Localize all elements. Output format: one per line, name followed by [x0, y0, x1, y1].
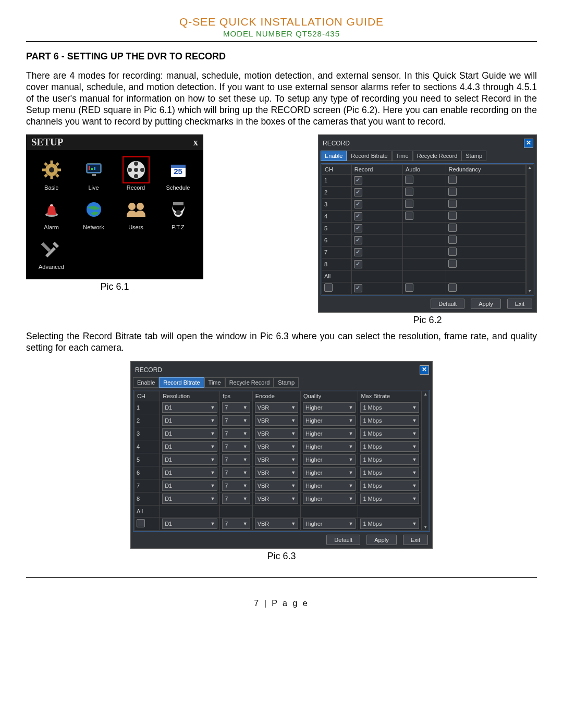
- dropdown[interactable]: VBR▼: [255, 519, 298, 529]
- dropdown[interactable]: Higher▼: [303, 480, 356, 491]
- checkbox[interactable]: [448, 188, 457, 196]
- checkbox[interactable]: ✓: [354, 248, 362, 256]
- dropdown[interactable]: D1▼: [162, 519, 217, 529]
- setup-item-basic[interactable]: Basic: [30, 157, 72, 191]
- tab-record-bitrate[interactable]: Record Bitrate: [347, 151, 391, 161]
- close-icon[interactable]: ✕: [420, 365, 429, 375]
- apply-button[interactable]: Apply: [366, 535, 397, 545]
- checkbox[interactable]: [448, 236, 457, 244]
- checkbox[interactable]: ✓: [354, 236, 362, 244]
- checkbox[interactable]: [405, 212, 413, 220]
- tab-stamp[interactable]: Stamp: [461, 151, 486, 161]
- dropdown[interactable]: VBR▼: [255, 415, 298, 426]
- checkbox[interactable]: [448, 260, 457, 268]
- tab-record-bitrate[interactable]: Record Bitrate: [159, 377, 204, 388]
- tab-recycle-record[interactable]: Recycle Record: [413, 151, 462, 161]
- tab-time[interactable]: Time: [204, 377, 225, 388]
- dropdown[interactable]: 7▼: [222, 519, 250, 529]
- dropdown[interactable]: VBR▼: [255, 454, 298, 465]
- checkbox[interactable]: ✓: [354, 224, 362, 232]
- dropdown[interactable]: Higher▼: [303, 415, 356, 426]
- dropdown[interactable]: D1▼: [162, 467, 217, 478]
- checkbox[interactable]: ✓: [354, 260, 362, 268]
- checkbox[interactable]: ✓: [354, 284, 362, 292]
- checkbox[interactable]: [448, 200, 457, 208]
- dropdown[interactable]: 1 Mbps▼: [360, 415, 419, 426]
- dropdown[interactable]: 1 Mbps▼: [360, 402, 419, 413]
- dropdown[interactable]: 1 Mbps▼: [360, 428, 419, 439]
- setup-item-record[interactable]: Record: [115, 157, 157, 191]
- exit-button[interactable]: Exit: [507, 299, 532, 309]
- dropdown[interactable]: VBR▼: [255, 480, 298, 491]
- dropdown[interactable]: Higher▼: [303, 441, 356, 452]
- checkbox[interactable]: [405, 188, 413, 196]
- exit-button[interactable]: Exit: [403, 535, 428, 545]
- dropdown[interactable]: 1 Mbps▼: [360, 454, 419, 465]
- checkbox[interactable]: [448, 248, 457, 256]
- dropdown[interactable]: D1▼: [162, 441, 217, 452]
- checkbox[interactable]: [405, 200, 413, 208]
- setup-item-advanced[interactable]: Advanced: [30, 237, 72, 270]
- checkbox[interactable]: [448, 224, 457, 232]
- setup-item-live[interactable]: Live: [72, 157, 115, 191]
- dropdown[interactable]: VBR▼: [255, 467, 298, 478]
- dropdown[interactable]: Higher▼: [303, 454, 356, 465]
- dropdown[interactable]: D1▼: [162, 493, 217, 504]
- dropdown[interactable]: D1▼: [162, 402, 217, 413]
- dropdown[interactable]: Higher▼: [303, 467, 356, 478]
- dropdown[interactable]: 7▼: [222, 467, 250, 478]
- dropdown[interactable]: 1 Mbps▼: [360, 441, 419, 452]
- setup-item-schedule[interactable]: 25 Schedule: [157, 157, 199, 191]
- setup-close[interactable]: x: [193, 137, 199, 148]
- dropdown[interactable]: Higher▼: [303, 519, 356, 529]
- checkbox[interactable]: ✓: [354, 188, 362, 196]
- checkbox[interactable]: ✓: [354, 212, 362, 220]
- tab-enable[interactable]: Enable: [321, 151, 347, 161]
- dropdown[interactable]: VBR▼: [255, 493, 298, 504]
- checkbox[interactable]: [137, 519, 145, 527]
- tab-recycle-record[interactable]: Recycle Record: [225, 377, 274, 388]
- setup-item-network[interactable]: Network: [72, 197, 115, 230]
- setup-item-ptz[interactable]: P.T.Z: [157, 197, 199, 230]
- dropdown[interactable]: 1 Mbps▼: [360, 480, 419, 491]
- dropdown[interactable]: 7▼: [222, 493, 250, 504]
- dropdown[interactable]: 1 Mbps▼: [360, 519, 419, 529]
- tab-enable[interactable]: Enable: [133, 377, 159, 388]
- dropdown[interactable]: 7▼: [222, 480, 250, 491]
- apply-button[interactable]: Apply: [471, 299, 501, 309]
- scrollbar[interactable]: ▲▼: [526, 164, 533, 294]
- dropdown[interactable]: 7▼: [222, 441, 250, 452]
- checkbox[interactable]: [405, 283, 413, 292]
- checkbox[interactable]: [405, 176, 413, 184]
- dropdown[interactable]: 1 Mbps▼: [360, 493, 419, 504]
- tab-time[interactable]: Time: [392, 151, 413, 161]
- dropdown[interactable]: VBR▼: [255, 402, 298, 413]
- dropdown[interactable]: 1 Mbps▼: [360, 467, 419, 478]
- scrollbar[interactable]: ▲▼: [422, 391, 429, 530]
- dropdown[interactable]: 7▼: [222, 454, 250, 465]
- setup-item-users[interactable]: Users: [115, 197, 157, 230]
- checkbox[interactable]: [448, 212, 457, 220]
- dropdown[interactable]: 7▼: [222, 415, 250, 426]
- dropdown[interactable]: 7▼: [222, 428, 250, 439]
- setup-item-alarm[interactable]: Alarm: [30, 197, 72, 230]
- dropdown[interactable]: Higher▼: [303, 402, 356, 413]
- default-button[interactable]: Default: [431, 299, 464, 309]
- dropdown[interactable]: D1▼: [162, 454, 217, 465]
- tab-stamp[interactable]: Stamp: [274, 377, 299, 388]
- dropdown[interactable]: D1▼: [162, 415, 217, 426]
- dropdown[interactable]: Higher▼: [303, 493, 356, 504]
- close-icon[interactable]: ✕: [524, 139, 533, 148]
- dropdown[interactable]: D1▼: [162, 428, 217, 439]
- checkbox[interactable]: ✓: [354, 200, 362, 208]
- dropdown[interactable]: D1▼: [162, 480, 217, 491]
- checkbox[interactable]: ✓: [354, 176, 362, 184]
- checkbox[interactable]: [448, 176, 457, 184]
- checkbox[interactable]: [448, 283, 457, 292]
- default-button[interactable]: Default: [326, 535, 360, 545]
- dropdown[interactable]: 7▼: [222, 402, 250, 413]
- checkbox[interactable]: [324, 283, 333, 292]
- dropdown[interactable]: VBR▼: [255, 441, 298, 452]
- dropdown[interactable]: VBR▼: [255, 428, 298, 439]
- dropdown[interactable]: Higher▼: [303, 428, 356, 439]
